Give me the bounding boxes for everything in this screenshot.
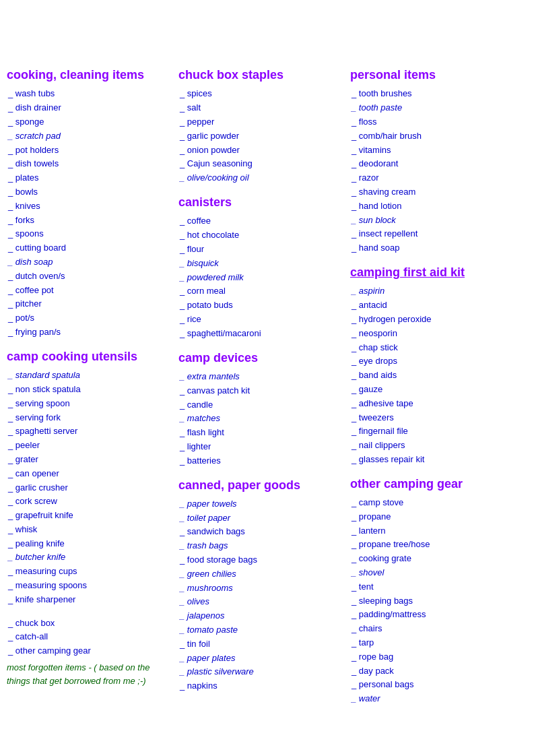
list-item: _ standard spatula xyxy=(7,369,173,383)
list-item: _ mushrooms xyxy=(178,581,345,596)
list-item: _ pot/s xyxy=(7,311,173,325)
list-item: _ batteries xyxy=(178,454,345,468)
list-item: _ paper towels xyxy=(178,497,345,511)
camp-cooking-utensils-title: camp cooking utensils xyxy=(7,349,173,365)
list-item: _ corn meal xyxy=(178,284,345,298)
list-item: _ hot chocolate xyxy=(178,228,345,243)
list-item: _ napkins xyxy=(178,679,345,693)
list-item: _ tooth brushes xyxy=(350,87,522,101)
list-item: _ fingernail file xyxy=(350,424,522,439)
list-item: _ camp stove xyxy=(350,496,522,510)
list-item: _ toilet paper xyxy=(178,511,345,526)
list-item: _ shovel xyxy=(350,566,522,580)
list-item: _ neosporin xyxy=(350,327,522,341)
list-item: _ butcher knife xyxy=(7,550,173,565)
other-camping-gear-title: other camping gear xyxy=(350,476,522,492)
list-item: _ hand lotion xyxy=(350,199,522,214)
list-item: _ spoons xyxy=(7,227,173,241)
personal-items-list: _ tooth brushes _ tooth paste _ floss _ … xyxy=(350,87,522,255)
list-item: _ padding/mattress xyxy=(350,608,522,622)
list-item: _ plastic silverware xyxy=(178,665,345,679)
list-item: _ propane tree/hose xyxy=(350,538,522,552)
list-item: _ eye drops xyxy=(350,354,522,369)
chuck-box-staples-items: _ spices _ salt _ pepper _ garlic powder… xyxy=(178,87,345,185)
camping-first-aid-items: _ aspirin _ antacid _ hydrogen peroxide … xyxy=(350,284,522,466)
list-item: _ vitamins xyxy=(350,144,522,158)
list-item: _ knife sharpener xyxy=(7,593,173,607)
list-item: _ other camping gear xyxy=(7,644,173,658)
list-item: _ matches xyxy=(178,412,345,426)
list-item: _ rope bag xyxy=(350,650,522,664)
list-item: _ propane xyxy=(350,510,522,524)
camp-devices-title: camp devices xyxy=(178,350,345,366)
canned-paper-goods-title: canned, paper goods xyxy=(178,478,345,493)
list-item: _ dutch oven/s xyxy=(7,270,173,284)
list-item: _ spaghetti server xyxy=(7,424,173,439)
list-item: _ insect repellent xyxy=(350,227,522,241)
list-item: _ coffee pot xyxy=(7,284,173,298)
chuck-box-staples-title: chuck box staples xyxy=(178,67,345,83)
camping-first-aid-title: camping first aid kit xyxy=(350,265,522,280)
col3: personal items _ tooth brushes _ tooth p… xyxy=(350,67,527,720)
list-item: _ tarp xyxy=(350,636,522,650)
list-item: _ whisk xyxy=(7,523,173,537)
list-item: _ flour xyxy=(178,243,345,257)
list-item: _ sandwich bags xyxy=(178,525,345,539)
list-item: _ dish soap xyxy=(7,255,173,270)
list-item: _ serving fork xyxy=(7,411,173,425)
list-item: _ plates xyxy=(7,171,173,185)
list-item: _ shaving cream xyxy=(350,185,522,199)
page: cooking, cleaning items _ wash tubs _ di… xyxy=(7,13,527,720)
list-item: _ pot holders xyxy=(7,144,173,158)
list-item: _ day pack xyxy=(350,664,522,679)
list-item: _ water xyxy=(350,692,522,706)
list-item: _ tent xyxy=(350,580,522,594)
list-item: _ chap stick xyxy=(350,341,522,355)
most-forgotten-note: most forgotten items - ( based on the th… xyxy=(7,661,173,687)
list-item: _ garlic crusher xyxy=(7,481,173,495)
list-item: _ hand soap xyxy=(350,241,522,255)
list-item: _ cutting board xyxy=(7,241,173,255)
list-item: _ tomato paste xyxy=(178,623,345,637)
list-item: _ olive/cooking oil xyxy=(178,171,345,185)
list-item: _ extra mantels xyxy=(178,370,345,384)
list-item: _ olives xyxy=(178,595,345,609)
col2: chuck box staples _ spices _ salt _ pepp… xyxy=(178,67,350,720)
list-item: _ flash light xyxy=(178,426,345,440)
list-item: _ pepper xyxy=(178,115,345,129)
list-item: _ aspirin xyxy=(350,284,522,298)
list-item: _ nail clippers xyxy=(350,439,522,453)
list-item: _ serving spoon xyxy=(7,397,173,411)
cooking-cleaning-items: _ wash tubs _ dish drainer _ sponge _ sc… xyxy=(7,87,173,339)
list-item: _ scratch pad xyxy=(7,129,173,144)
list-item: _ bisquick xyxy=(178,257,345,271)
list-item: _ cooking grate xyxy=(350,552,522,566)
col1: cooking, cleaning items _ wash tubs _ di… xyxy=(7,67,178,720)
canned-paper-goods-items: _ paper towels _ toilet paper _ sandwich… xyxy=(178,497,345,693)
list-item: _ wash tubs xyxy=(7,87,173,101)
list-item: _ gauze xyxy=(350,383,522,397)
list-item: _ pitcher xyxy=(7,297,173,311)
camp-devices-items: _ extra mantels _ canvas patch kit _ can… xyxy=(178,370,345,468)
list-item: _ knives xyxy=(7,199,173,214)
list-item: _ grater xyxy=(7,453,173,467)
list-item: _ dish drainer xyxy=(7,101,173,115)
list-item: _ onion powder xyxy=(178,144,345,158)
list-item: _ frying pan/s xyxy=(7,325,173,340)
list-item: _ Cajun seasoning xyxy=(178,157,345,171)
list-item: _ chuck box xyxy=(7,617,173,631)
list-item: _ measuring cups xyxy=(7,565,173,579)
list-item: _ lantern xyxy=(350,524,522,538)
list-item: _ pealing knife xyxy=(7,537,173,551)
cooking-cleaning-title: cooking, cleaning items xyxy=(7,67,173,83)
canisters-items: _ coffee _ hot chocolate _ flour _ bisqu… xyxy=(178,214,345,340)
list-item: _ garlic powder xyxy=(178,129,345,144)
list-item: _ lighter xyxy=(178,440,345,454)
list-item: _ non stick spatula xyxy=(7,383,173,397)
list-item: _ green chilies xyxy=(178,567,345,581)
list-item: _ jalapenos xyxy=(178,609,345,623)
list-item: _ glasses repair kit xyxy=(350,453,522,467)
list-item: _ adhesive tape xyxy=(350,397,522,411)
camp-cooking-utensils-items: _ standard spatula _ non stick spatula _… xyxy=(7,369,173,607)
list-item: _ rice xyxy=(178,313,345,327)
